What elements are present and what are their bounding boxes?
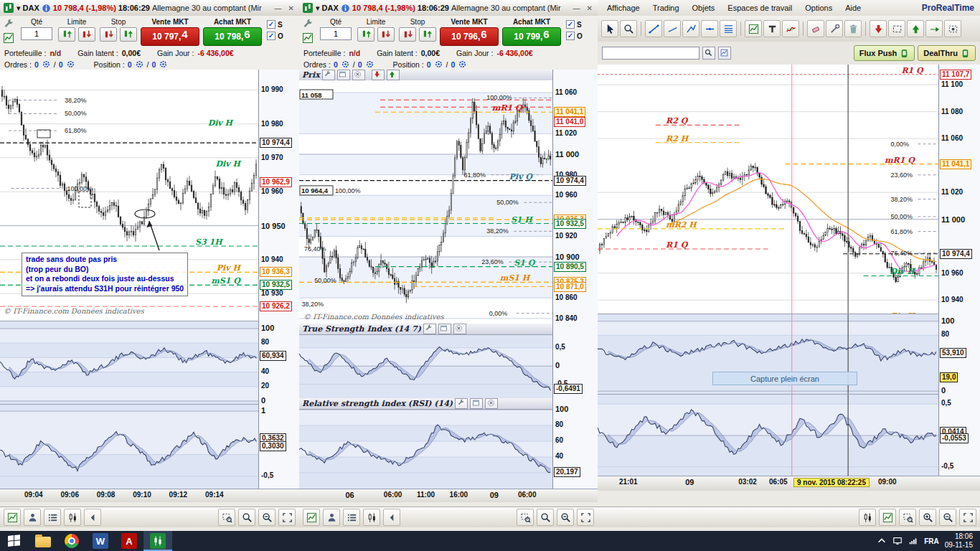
fibonacci-tool[interactable] xyxy=(720,20,737,37)
zoom-out-button[interactable] xyxy=(557,509,574,526)
limit-sell-button[interactable] xyxy=(377,27,395,42)
limit-sell-button[interactable] xyxy=(78,27,95,42)
time-axis[interactable]: 9 nov. 2015 08:22:25 21:010903:0206:0509… xyxy=(598,476,980,491)
time-axis[interactable]: 0606:0011:0016:000906:00 xyxy=(299,489,598,502)
segment-tool[interactable] xyxy=(664,20,681,37)
sell-alert-tool[interactable] xyxy=(870,20,887,37)
chart-style-button[interactable] xyxy=(363,509,380,526)
display-icon[interactable] xyxy=(892,536,903,546)
open-chart-button[interactable] xyxy=(718,47,731,60)
stop-sell-button[interactable] xyxy=(100,27,117,42)
tsi-chart-middle[interactable] xyxy=(299,334,552,399)
eraser-tool[interactable] xyxy=(807,20,824,37)
order-settings-icon[interactable] xyxy=(302,19,314,30)
trading-app-icon[interactable] xyxy=(143,531,172,551)
window-close-button[interactable] xyxy=(352,70,365,80)
zoom-in-button[interactable] xyxy=(919,509,936,526)
expand-button[interactable] xyxy=(577,509,594,526)
indicator2-chart-main[interactable] xyxy=(598,394,938,476)
menu-trading[interactable]: Trading xyxy=(646,1,686,14)
zoom-pointer-button[interactable] xyxy=(537,509,554,526)
orders-settings-icon[interactable] xyxy=(66,60,75,69)
accounts-button[interactable] xyxy=(24,509,41,526)
dealthru-button[interactable]: DealThru xyxy=(918,45,976,61)
window-titlebar[interactable]: ▾ DAX 10 798,4 (-1,98%) 18:06:29 Allemag… xyxy=(0,0,299,17)
qty-input[interactable] xyxy=(21,27,52,40)
oscillator-chart-left[interactable] xyxy=(0,404,258,489)
settings-tools[interactable] xyxy=(826,20,843,37)
orders-settings-icon[interactable] xyxy=(365,60,374,69)
expand-button[interactable] xyxy=(959,509,976,526)
window-settings-button[interactable] xyxy=(322,70,335,80)
rsi-window-header[interactable]: Relative strength index (RSI) (14) xyxy=(299,398,558,410)
view-switch-button[interactable] xyxy=(303,509,320,526)
chart-style-button[interactable] xyxy=(64,509,81,526)
position-settings-icon[interactable] xyxy=(135,60,144,69)
sell-market-button[interactable]: 10 797,4 xyxy=(141,27,199,46)
sell-market-button[interactable]: 10 796,6 xyxy=(440,27,499,46)
clock[interactable]: 18:06 09-11-15 xyxy=(945,532,973,550)
symbol-dropdown-icon[interactable]: ▾ xyxy=(17,4,21,13)
position-settings-icon[interactable] xyxy=(458,60,467,69)
zoom-area-button[interactable] xyxy=(218,509,235,526)
start-button[interactable] xyxy=(0,531,29,551)
stop-sell-button[interactable] xyxy=(399,27,416,42)
ticket-chart-icon[interactable] xyxy=(3,32,14,44)
menu-espaces-de-travail[interactable]: Espaces de travail xyxy=(721,1,798,14)
position-settings-icon[interactable] xyxy=(159,60,168,69)
price-axis[interactable]: 10 99010 98010 97010 96010 95010 94010 9… xyxy=(258,70,299,489)
pointer-tool[interactable] xyxy=(601,20,618,37)
scroll-left-button[interactable] xyxy=(84,509,101,526)
order-list-button[interactable] xyxy=(343,509,360,526)
window-settings-button[interactable] xyxy=(455,398,468,409)
accounts-button[interactable] xyxy=(323,509,340,526)
chart-style-button[interactable] xyxy=(859,509,876,526)
selection-tool[interactable] xyxy=(888,20,905,37)
order-checkbox[interactable]: ✓ xyxy=(267,32,275,40)
rsi-chart-middle[interactable] xyxy=(299,409,552,489)
stop-checkbox[interactable]: ✓ xyxy=(566,20,575,29)
minimize-button[interactable]: — xyxy=(273,4,284,12)
symbol-name[interactable]: DAX xyxy=(322,4,339,12)
instrument-search-input[interactable] xyxy=(602,47,699,60)
close-button[interactable]: ✕ xyxy=(585,4,595,12)
word-icon[interactable]: W xyxy=(86,531,115,551)
window-close-button[interactable] xyxy=(453,324,466,334)
scroll-left-button[interactable] xyxy=(383,509,400,526)
close-button[interactable]: ✕ xyxy=(286,4,296,12)
sell-alert-button[interactable] xyxy=(372,70,385,80)
menu-affichage[interactable]: Affichage xyxy=(600,1,646,14)
order-settings-icon[interactable] xyxy=(3,19,14,30)
search-button[interactable] xyxy=(702,47,715,60)
view-switch-button[interactable] xyxy=(879,509,896,526)
window-detach-button[interactable] xyxy=(337,70,350,80)
delete-tool[interactable] xyxy=(844,20,862,37)
view-switch-button[interactable] xyxy=(4,509,21,526)
buy-market-button[interactable]: 10 798,6 xyxy=(203,27,262,46)
trendline-tool[interactable] xyxy=(645,20,662,37)
tsi-window-header[interactable]: True Strength Index (14 7) xyxy=(299,324,558,335)
limit-buy-button[interactable] xyxy=(357,27,374,42)
forward-tool[interactable] xyxy=(925,20,943,37)
new-chart-tool[interactable] xyxy=(745,20,762,37)
network-icon[interactable] xyxy=(908,536,918,546)
window-detach-button[interactable] xyxy=(470,398,483,409)
order-list-button[interactable] xyxy=(44,509,61,526)
info-icon[interactable] xyxy=(341,4,350,13)
tray-expand-icon[interactable] xyxy=(877,536,887,546)
info-icon[interactable] xyxy=(42,4,51,13)
acrobat-icon[interactable]: A xyxy=(115,531,143,551)
zoom-area-button[interactable] xyxy=(517,509,534,526)
polyline-tool[interactable] xyxy=(682,20,699,37)
window-close-button[interactable] xyxy=(485,398,498,409)
menu-objets[interactable]: Objets xyxy=(686,1,722,14)
price-chart-main[interactable]: R1 QR2 QR2 HmR1 QmR2 HR1 QDiv HPiv H0,00… xyxy=(598,65,938,314)
menu-options[interactable]: Options xyxy=(798,1,839,14)
minimize-button[interactable]: — xyxy=(571,4,583,12)
screenshot-tool[interactable] xyxy=(944,20,961,37)
orders-settings-icon[interactable] xyxy=(341,60,350,69)
ticket-chart-icon[interactable] xyxy=(302,32,314,44)
zoom-out-button[interactable] xyxy=(258,509,275,526)
horizontal-line-tool[interactable] xyxy=(701,20,718,37)
price-window-header[interactable]: Prix xyxy=(299,70,558,81)
